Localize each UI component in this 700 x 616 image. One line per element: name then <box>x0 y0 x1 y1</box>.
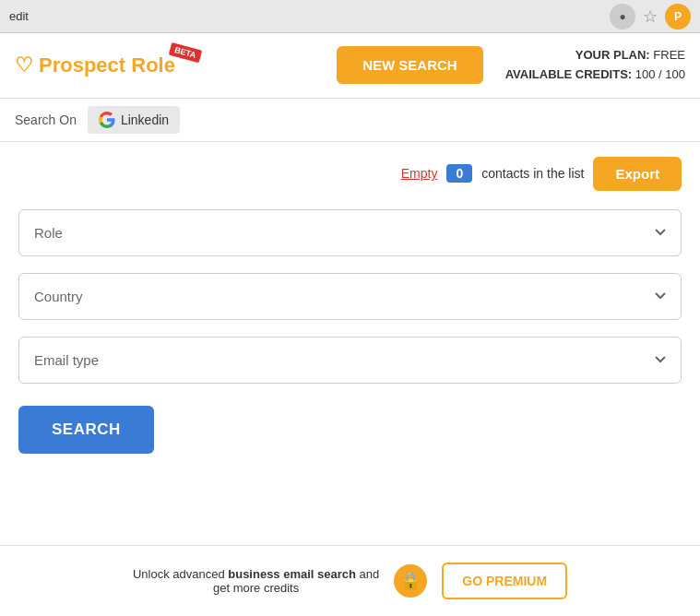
app-header: ♡ Prospect Role BETA NEW SEARCH YOUR PLA… <box>0 33 700 99</box>
contacts-count-badge: 0 <box>446 164 472 183</box>
promo-text: Unlock advanced business email search an… <box>133 567 379 595</box>
country-dropdown-container: Country <box>18 273 682 320</box>
contacts-label: contacts in the list <box>481 166 584 181</box>
main-content: Empty 0 contacts in the list Export Role… <box>0 142 700 545</box>
role-select[interactable]: Role <box>18 209 682 256</box>
bookmark-icon[interactable]: ☆ <box>643 6 658 27</box>
promo-text-3: get more credits <box>213 581 299 595</box>
logo: ♡ Prospect Role <box>15 53 175 77</box>
list-info-row: Empty 0 contacts in the list Export <box>18 157 682 191</box>
country-select[interactable]: Country <box>18 273 682 320</box>
search-on-label: Search On <box>15 113 77 127</box>
go-premium-button[interactable]: GO PREMIUM <box>442 563 567 599</box>
role-dropdown-container: Role <box>18 209 682 256</box>
browser-chrome: edit ● ☆ P <box>0 0 700 33</box>
footer-promo: Unlock advanced business email search an… <box>0 545 700 616</box>
credits-label: AVAILABLE CREDITS: <box>505 67 632 81</box>
promo-text-1: Unlock advanced <box>133 567 228 581</box>
linkedin-tab-label: Linkedin <box>121 113 169 127</box>
export-button[interactable]: Export <box>593 157 682 191</box>
plan-label: YOUR PLAN: <box>575 48 650 62</box>
credits-value: 100 / 100 <box>635 67 685 81</box>
lock-icon: 🔒 <box>394 564 427 598</box>
empty-link[interactable]: Empty <box>401 166 438 181</box>
promo-bold: business email search <box>228 567 356 581</box>
search-on-bar: Search On Linkedin <box>0 99 700 142</box>
plan-value: FREE <box>653 48 685 62</box>
app-container: ♡ Prospect Role BETA NEW SEARCH YOUR PLA… <box>0 33 700 616</box>
linkedin-tab[interactable]: Linkedin <box>88 106 180 134</box>
promo-text-2: and <box>356 567 379 581</box>
profile-icon[interactable]: P <box>665 4 691 30</box>
logo-area: ♡ Prospect Role BETA <box>15 53 175 77</box>
search-button[interactable]: SEARCH <box>18 406 154 454</box>
email-type-dropdown-container: Email type <box>18 337 682 384</box>
camera-icon[interactable]: ● <box>610 4 635 30</box>
logo-text: Prospect Role <box>39 53 175 77</box>
google-icon <box>99 112 115 128</box>
email-type-select[interactable]: Email type <box>18 337 682 384</box>
new-search-button[interactable]: NEW SEARCH <box>337 46 483 84</box>
plan-info: YOUR PLAN: FREE AVAILABLE CREDITS: 100 /… <box>505 46 685 85</box>
address-bar: edit <box>9 9 602 23</box>
logo-icon: ♡ <box>15 53 33 77</box>
